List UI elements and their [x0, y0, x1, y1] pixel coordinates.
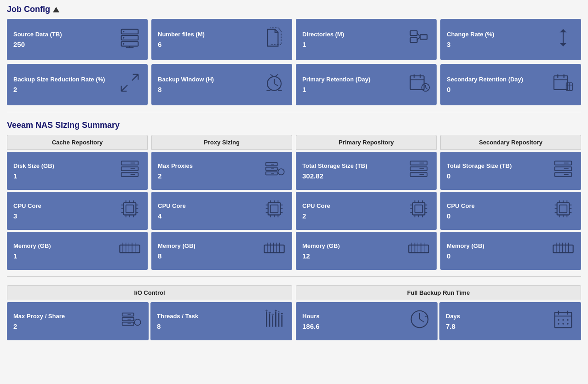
hours-icon	[408, 308, 431, 335]
svg-line-24	[275, 74, 278, 76]
full-backup-header: Full Backup Run Time	[296, 285, 581, 300]
backup-window-label: Backup Window (H)	[158, 76, 214, 83]
cache-disk-label: Disk Size (GB)	[13, 162, 54, 169]
svg-rect-41	[121, 161, 138, 165]
ram-icon3	[407, 237, 430, 264]
section-divider2	[7, 276, 581, 277]
card-primary-memory: Memory (GB) 12	[296, 232, 437, 270]
days-value: 7.8	[446, 322, 460, 330]
secondary-memory-value: 0	[447, 252, 484, 260]
days-label: Days	[446, 313, 460, 320]
io-control-grid: Max Proxy / Share 2	[7, 302, 292, 340]
cpu-icon4	[552, 197, 575, 224]
svg-rect-138	[555, 167, 572, 171]
svg-rect-136	[555, 161, 572, 165]
card-proxy-max: Max Proxies 2	[151, 152, 292, 190]
card-max-proxy-share: Max Proxy / Share 2	[7, 302, 149, 340]
card-proxy-cpu: CPU Core 4	[151, 192, 292, 230]
io-control-header: I/O Control	[7, 285, 292, 300]
card-backup-size-reduction: Backup Size Reduction Rate (%) 2	[7, 64, 148, 105]
svg-rect-48	[126, 205, 134, 213]
full-backup-col: Full Backup Run Time Hours 186.6	[296, 285, 581, 340]
cache-memory-label: Memory (GB)	[13, 242, 51, 249]
svg-point-190	[567, 319, 568, 321]
card-cache-memory: Memory (GB) 1	[7, 232, 148, 270]
arrow-up-icon	[53, 7, 59, 12]
secondary-calendar-icon	[552, 71, 575, 98]
proxy-sizing-header: Proxy Sizing	[151, 135, 292, 150]
directories-value: 1	[302, 40, 344, 48]
secondary-cpu-label: CPU Core	[447, 202, 475, 209]
svg-rect-140	[555, 172, 572, 176]
svg-point-191	[558, 323, 559, 324]
summary-title: Veeam NAS Sizing Summary	[7, 120, 581, 130]
card-secondary-storage: Total Storage Size (TB) 0	[440, 152, 581, 190]
svg-point-188	[558, 319, 559, 321]
svg-point-5	[123, 43, 124, 44]
secondary-cpu-value: 0	[447, 212, 475, 220]
svg-rect-143	[559, 205, 567, 213]
card-primary-cpu: CPU Core 2	[296, 192, 437, 230]
card-backup-window: Backup Window (H) 8	[151, 64, 292, 105]
svg-point-78	[278, 169, 284, 175]
proxy-max-label: Max Proxies	[158, 162, 193, 169]
secondary-memory-label: Memory (GB)	[447, 242, 484, 249]
svg-rect-105	[410, 161, 427, 165]
ram-icon	[118, 237, 141, 264]
svg-line-33	[426, 87, 427, 89]
primary-retention-value: 1	[302, 86, 370, 93]
directories-label: Directories (M)	[302, 31, 344, 38]
secondary-repo-col: Secondary Repository Total Storage Size …	[440, 135, 581, 270]
svg-point-192	[562, 323, 564, 324]
cache-cpu-label: CPU Core	[13, 202, 41, 209]
proxy-cpu-value: 4	[158, 212, 186, 220]
cache-memory-value: 1	[13, 252, 51, 260]
svg-point-1	[123, 31, 124, 32]
calendar-retention-icon	[407, 71, 430, 98]
card-source-data: Source Data (TB) 250	[7, 19, 148, 60]
primary-repo-header: Primary Repository	[296, 135, 437, 150]
cache-disk-value: 1	[13, 172, 54, 180]
card-directories: Directories (M) 1	[296, 19, 437, 60]
change-rate-value: 3	[447, 40, 494, 48]
full-backup-grid: Hours 186.6 D	[296, 302, 581, 340]
svg-rect-43	[121, 167, 138, 171]
threads-icon	[263, 308, 286, 335]
svg-rect-111	[413, 203, 425, 215]
card-proxy-memory: Memory (GB) 8	[151, 232, 292, 270]
source-data-label: Source Data (TB)	[13, 31, 62, 38]
svg-rect-80	[268, 203, 281, 215]
card-threads-task: Threads / Task 8	[150, 302, 292, 340]
svg-rect-109	[410, 172, 427, 176]
files-icon	[263, 26, 286, 53]
summary-grid: Cache Repository Disk Size (GB) 1	[7, 135, 581, 270]
card-secondary-retention: Secondary Retention (Day) 0	[440, 64, 581, 105]
bottom-grid: I/O Control Max Proxy / Share 2	[7, 285, 581, 340]
card-number-files: Number files (M) 6	[151, 19, 292, 60]
svg-rect-10	[420, 34, 427, 39]
primary-storage-value: 302.82	[302, 172, 367, 180]
primary-memory-label: Memory (GB)	[302, 242, 340, 249]
svg-line-23	[271, 74, 274, 76]
secondary-retention-value: 0	[447, 86, 523, 93]
section-divider	[7, 112, 581, 112]
svg-rect-45	[121, 172, 138, 176]
primary-storage-label: Total Storage Size (TB)	[302, 162, 367, 169]
svg-point-193	[567, 323, 568, 324]
backup-size-reduction-label: Backup Size Reduction Rate (%)	[13, 76, 105, 83]
svg-rect-112	[415, 205, 423, 213]
threads-task-label: Threads / Task	[157, 313, 198, 320]
svg-point-3	[123, 37, 124, 38]
svg-rect-142	[557, 203, 570, 215]
svg-line-183	[420, 319, 424, 322]
secondary-repo-header: Secondary Repository	[440, 135, 581, 150]
max-proxy-share-label: Max Proxy / Share	[13, 313, 65, 320]
job-config-row2: Backup Size Reduction Rate (%) 2 Backup …	[7, 64, 581, 105]
secondary-storage-value: 0	[447, 172, 512, 180]
primary-retention-label: Primary Retention (Day)	[302, 76, 370, 83]
proxy-cpu-label: CPU Core	[158, 202, 186, 209]
cache-repo-header: Cache Repository	[7, 135, 148, 150]
primary-repo-col: Primary Repository Total Storage Size (T…	[296, 135, 437, 270]
card-secondary-cpu: CPU Core 0	[440, 192, 581, 230]
hours-value: 186.6	[302, 322, 320, 330]
